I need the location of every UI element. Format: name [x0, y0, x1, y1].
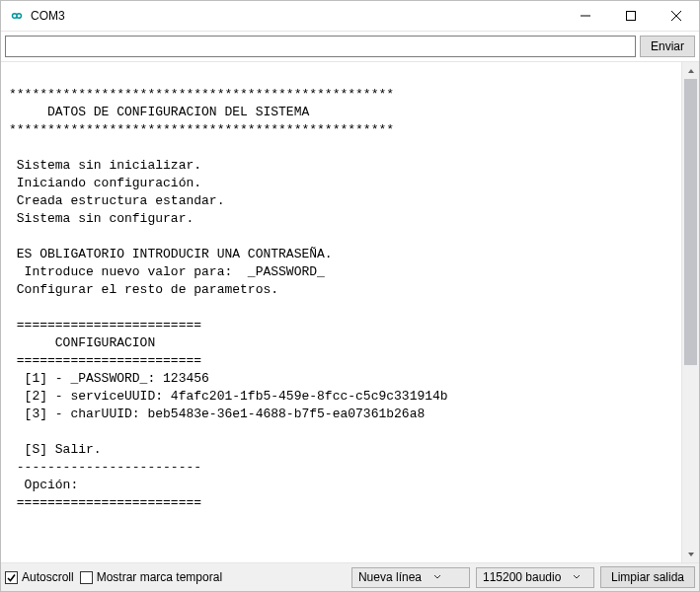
- command-input[interactable]: [5, 36, 636, 57]
- scroll-up-arrow[interactable]: [682, 62, 699, 79]
- svg-rect-2: [627, 12, 636, 21]
- line-ending-select[interactable]: Nueva línea: [351, 567, 470, 588]
- serial-output[interactable]: ****************************************…: [1, 62, 681, 562]
- timestamp-label: Mostrar marca temporal: [97, 570, 222, 584]
- checkbox-box-icon: [5, 571, 18, 584]
- titlebar: COM3: [1, 1, 699, 32]
- vertical-scrollbar[interactable]: [681, 62, 699, 562]
- line-ending-value: Nueva línea: [358, 570, 422, 584]
- chevron-down-icon: [429, 573, 445, 581]
- serial-monitor-window: COM3 Enviar ****************************…: [0, 0, 700, 592]
- output-area: ****************************************…: [1, 61, 699, 563]
- scroll-thumb[interactable]: [684, 79, 697, 365]
- autoscroll-label: Autoscroll: [22, 570, 74, 584]
- svg-marker-5: [688, 69, 694, 73]
- minimize-button[interactable]: [563, 1, 608, 31]
- baud-rate-value: 115200 baudio: [483, 570, 561, 584]
- scroll-down-arrow[interactable]: [682, 546, 699, 562]
- send-button[interactable]: Enviar: [640, 36, 695, 57]
- window-controls: [563, 1, 699, 31]
- chevron-down-icon: [569, 573, 584, 581]
- close-button[interactable]: [654, 1, 699, 31]
- command-row: Enviar: [1, 32, 699, 61]
- baud-rate-select[interactable]: 115200 baudio: [476, 567, 594, 588]
- autoscroll-checkbox[interactable]: Autoscroll: [5, 570, 74, 584]
- arduino-icon: [9, 8, 25, 24]
- svg-marker-6: [688, 553, 694, 556]
- clear-output-button[interactable]: Limpiar salida: [600, 566, 695, 588]
- window-title: COM3: [31, 9, 563, 23]
- timestamp-checkbox[interactable]: Mostrar marca temporal: [80, 570, 222, 584]
- maximize-button[interactable]: [608, 1, 654, 31]
- checkbox-box-icon: [80, 571, 93, 584]
- bottom-toolbar: Autoscroll Mostrar marca temporal Nueva …: [1, 563, 699, 591]
